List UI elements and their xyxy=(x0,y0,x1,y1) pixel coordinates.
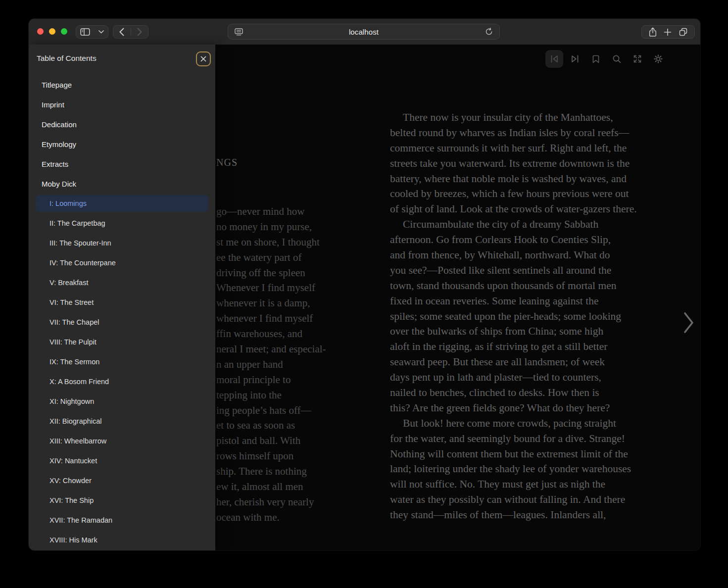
bookmark-icon[interactable] xyxy=(587,50,605,68)
toc-item-xiv-nantucket[interactable]: XIV: Nantucket xyxy=(29,451,215,471)
toc-item-iv-the-counterpane[interactable]: IV: The Counterpane xyxy=(29,253,215,273)
text-line: ocean with me. xyxy=(216,510,385,525)
toc-item-label: XV: Chowder xyxy=(49,477,92,485)
skip-to-end-button[interactable] xyxy=(566,50,584,68)
left-column-fragments: go—never mind howno money in my purse,st… xyxy=(216,204,385,525)
toc-item-xv-chowder[interactable]: XV: Chowder xyxy=(29,471,215,490)
toc-item-v-breakfast[interactable]: V: Breakfast xyxy=(29,273,215,293)
toc-item-label: IV: The Counterpane xyxy=(49,259,116,267)
text-line: her, cherish very nearly xyxy=(216,494,385,510)
toc-item-xiii-wheelbarrow[interactable]: XIII: Wheelbarrow xyxy=(29,431,215,451)
next-page-chevron[interactable] xyxy=(683,312,694,334)
toc-item-viii-the-pulpit[interactable]: VIII: The Pulpit xyxy=(29,332,215,352)
toc-item-label: XIII: Wheelbarrow xyxy=(49,437,106,445)
toc-item-ix-the-sermon[interactable]: IX: The Sermon xyxy=(29,352,215,372)
share-icon[interactable] xyxy=(648,26,657,38)
toc-item-xii-biographical[interactable]: XII: Biographical xyxy=(29,411,215,431)
text-line: There now is your insular city of the Ma… xyxy=(390,110,682,125)
toc-close-button[interactable] xyxy=(196,51,211,66)
text-line: n an upper hand xyxy=(216,357,385,372)
text-line: belted round by wharves as Indian isles … xyxy=(390,125,682,141)
sidebar-toggle-group xyxy=(76,25,108,39)
text-line: they stand—miles of them—leagues. Inland… xyxy=(390,507,682,523)
toc-item-vi-the-street[interactable]: VI: The Street xyxy=(29,293,215,312)
forward-button[interactable] xyxy=(131,26,148,38)
text-line: tepping into the xyxy=(216,388,385,403)
text-line: will not suffice. No. They must get just… xyxy=(390,477,682,492)
toc-item-titlepage[interactable]: Titlepage xyxy=(29,75,215,95)
toc-item-label: II: The Carpetbag xyxy=(49,219,105,227)
text-line: land; loitering under the shady lee of y… xyxy=(390,461,682,477)
new-tab-icon[interactable] xyxy=(664,26,672,38)
text-line: ffin warehouses, and xyxy=(216,326,385,342)
toc-item-xvi-the-ship[interactable]: XVI: The Ship xyxy=(29,490,215,510)
url-bar[interactable]: localhost xyxy=(228,24,500,40)
chapter-heading-fragment: NGS xyxy=(216,157,238,168)
text-line: st me on shore, I thought xyxy=(216,235,385,250)
text-line: no money in my purse, xyxy=(216,219,385,235)
toc-item-label: III: The Spouter-Inn xyxy=(49,239,111,247)
toc-item-imprint[interactable]: Imprint xyxy=(29,95,215,114)
toc-list: TitlepageImprintDedicationEtymologyExtra… xyxy=(29,75,215,550)
settings-gear-icon[interactable] xyxy=(649,50,667,68)
page-settings-icon[interactable] xyxy=(228,28,249,36)
toc-item-label: XVI: The Ship xyxy=(49,496,94,504)
toc-item-label: Extracts xyxy=(42,160,68,168)
toc-item-label: Moby Dick xyxy=(42,180,76,188)
toc-panel: Table of Contents TitlepageImprintDedica… xyxy=(29,45,215,550)
skip-to-start-button[interactable] xyxy=(545,50,563,68)
text-line: But look! here come more crowds, pacing … xyxy=(390,416,682,431)
minimize-window-button[interactable] xyxy=(49,28,55,35)
toc-item-xviii-his-mark[interactable]: XVIII: His Mark xyxy=(29,530,215,550)
toc-item-xvii-the-ramadan[interactable]: XVII: The Ramadan xyxy=(29,510,215,530)
tab-overview-icon[interactable] xyxy=(679,26,688,38)
refresh-icon[interactable] xyxy=(479,28,499,36)
text-line: town, stand thousands upon thousands of … xyxy=(390,278,682,294)
text-line: of sight of land. Look at the crowds of … xyxy=(390,201,682,217)
text-line: pistol and ball. With xyxy=(216,433,385,448)
chevron-down-icon[interactable] xyxy=(98,26,104,38)
paragraph: But look! here come more crowds, pacing … xyxy=(390,416,682,523)
toc-item-label: XII: Biographical xyxy=(49,417,102,425)
toc-item-label: Titlepage xyxy=(42,81,72,89)
sidebar-toggle-icon[interactable] xyxy=(80,26,90,38)
toc-item-iii-the-spouter-inn[interactable]: III: The Spouter-Inn xyxy=(29,233,215,253)
toc-item-label: XVIII: His Mark xyxy=(49,536,97,544)
toc-item-xi-nightgown[interactable]: XI: Nightgown xyxy=(29,392,215,411)
url-text: localhost xyxy=(249,28,479,36)
toc-item-ii-the-carpetbag[interactable]: II: The Carpetbag xyxy=(29,213,215,233)
text-line: whenever it is a damp, xyxy=(216,295,385,311)
toc-item-extracts[interactable]: Extracts xyxy=(29,154,215,174)
back-button[interactable] xyxy=(113,26,131,38)
text-line: Circumambulate the city of a dreamy Sabb… xyxy=(390,217,682,232)
toc-item-label: V: Breakfast xyxy=(49,279,88,287)
text-line: aloft in the rigging, as if striving to … xyxy=(390,339,682,354)
toc-item-label: XI: Nightgown xyxy=(49,397,94,405)
text-line: battery, where that noble mole is washed… xyxy=(390,171,682,187)
text-line: driving off the spleen xyxy=(216,265,385,281)
toc-item-label: Etymology xyxy=(42,140,76,148)
text-line: ee the watery part of xyxy=(216,250,385,265)
text-line: Nothing will content them but the extrem… xyxy=(390,446,682,462)
toc-item-x-a-bosom-friend[interactable]: X: A Bosom Friend xyxy=(29,372,215,392)
toc-item-label: X: A Bosom Friend xyxy=(49,378,109,386)
toc-item-etymology[interactable]: Etymology xyxy=(29,134,215,154)
text-line: spiles; some seated upon the pier-heads;… xyxy=(390,309,682,324)
browser-window: localhost xyxy=(29,19,700,550)
text-line: seaward peep. But these are all landsmen… xyxy=(390,354,682,370)
text-line: you see?—Posted like silent sentinels al… xyxy=(390,263,682,278)
text-line: ew it, almost all men xyxy=(216,479,385,494)
toc-item-i-loomings[interactable]: I: Loomings xyxy=(36,195,208,212)
zoom-window-button[interactable] xyxy=(61,28,67,35)
text-line: et to sea as soon as xyxy=(216,418,385,433)
fullscreen-icon[interactable] xyxy=(629,50,646,68)
search-icon[interactable] xyxy=(608,50,626,68)
toc-item-vii-the-chapel[interactable]: VII: The Chapel xyxy=(29,312,215,332)
close-window-button[interactable] xyxy=(37,28,44,35)
text-line: for the water, and seemingly bound for a… xyxy=(390,431,682,446)
text-line: moral principle to xyxy=(216,372,385,388)
toc-item-label: IX: The Sermon xyxy=(49,358,99,366)
paragraph: There now is your insular city of the Ma… xyxy=(390,110,682,217)
toc-item-moby-dick[interactable]: Moby Dick xyxy=(29,174,215,194)
toc-item-dedication[interactable]: Dedication xyxy=(29,114,215,134)
